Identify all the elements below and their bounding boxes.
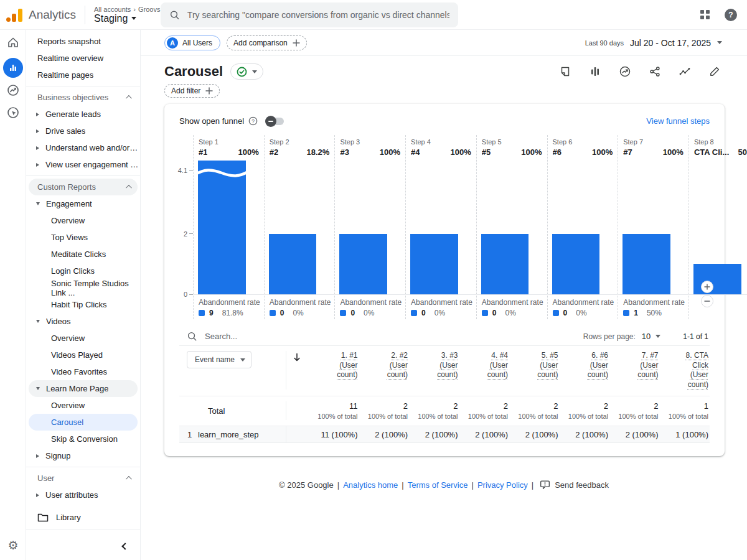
funnel-bar[interactable] <box>622 234 670 294</box>
report-status-badge[interactable] <box>230 63 263 80</box>
comparison-bar: A All Users Add comparison Last 90 days … <box>141 30 747 56</box>
sidebar-item-meditate-clicks[interactable]: Meditate Clicks <box>26 246 140 263</box>
date-range-picker[interactable]: Last 90 days Jul 20 - Oct 17, 2025 <box>585 38 722 48</box>
sidebar-item-top-views[interactable]: Top Views <box>26 229 140 246</box>
notes-icon[interactable] <box>559 65 571 78</box>
sidebar-item-realtime-overview[interactable]: Realtime overview <box>26 50 140 67</box>
event-name-dropdown[interactable]: Event name <box>187 351 251 368</box>
sidebar-section-user[interactable]: User <box>26 470 140 487</box>
all-users-chip[interactable]: A All Users <box>164 35 220 50</box>
collapse-sidebar-button[interactable] <box>26 533 140 560</box>
metric-column-header[interactable]: 1. #1 (User count) <box>309 351 359 390</box>
row-metric-cell: 2 (100%) <box>609 430 660 439</box>
metric-column-header[interactable]: 2. #2 (User count) <box>359 351 410 390</box>
table-search-input[interactable] <box>205 332 392 341</box>
total-metric-cell: 2100% of total <box>359 401 410 420</box>
add-comparison-button[interactable]: Add comparison <box>227 35 307 50</box>
funnel-step-header: Step 2#218.2% <box>265 135 335 161</box>
metric-column-header[interactable]: 5. #5 (User count) <box>509 351 560 390</box>
sidebar-item-library[interactable]: Library <box>26 509 140 526</box>
share-icon[interactable] <box>649 65 661 78</box>
view-funnel-steps-link[interactable]: View funnel steps <box>646 116 710 126</box>
sidebar-item-videos-played[interactable]: Videos Played <box>26 347 140 363</box>
abandonment-footer: Abandonment rate00% <box>548 294 618 319</box>
sidebar-item-learn-more-page[interactable]: Learn More Page <box>29 380 138 397</box>
help-icon[interactable]: ? <box>725 9 737 21</box>
table-search[interactable] <box>187 331 583 342</box>
funnel-bar[interactable] <box>198 161 246 294</box>
sidebar-item-learn-more-overview[interactable]: Overview <box>26 397 140 414</box>
sidebar-item-reports-snapshot[interactable]: Reports snapshot <box>26 33 140 50</box>
sidebar-item-realtime-pages[interactable]: Realtime pages <box>26 67 140 83</box>
metric-column-header[interactable]: 4. #4 (User count) <box>459 351 510 390</box>
property-name[interactable]: Staging <box>94 13 128 24</box>
edit-pencil-icon[interactable] <box>708 65 721 78</box>
rows-per-page-select[interactable]: 10 <box>642 332 660 341</box>
breadcrumb-all-accounts[interactable]: All accounts <box>94 6 131 13</box>
sidebar-item-sonic-temple[interactable]: Sonic Temple Studios Link ... <box>26 279 140 296</box>
explore-nav-icon[interactable] <box>0 79 26 101</box>
sidebar-item-video-favorites[interactable]: Video Favorites <box>26 363 140 380</box>
legend-swatch-icon <box>199 310 205 316</box>
total-metric-cell: 11100% of total <box>309 401 359 420</box>
search-input[interactable] <box>187 10 449 20</box>
step-completion-rate: 100% <box>521 147 542 157</box>
sidebar-item-skip-conversion[interactable]: Skip & Conversion <box>26 431 140 447</box>
abandonment-footer: Abandonment rate00% <box>265 294 335 319</box>
insights-icon[interactable] <box>619 65 631 78</box>
page-title: Carousel <box>164 63 223 80</box>
legend-swatch-icon <box>411 310 417 316</box>
sidebar-item-engagement[interactable]: Engagement <box>26 195 140 212</box>
sidebar-item-view-user-engagement[interactable]: View user engagement & rete... <box>26 156 140 173</box>
add-filter-button[interactable]: Add filter <box>164 84 220 98</box>
send-feedback-button[interactable]: Send feedback <box>540 480 609 490</box>
avatar: A <box>167 37 178 49</box>
table-header-row: Event name 1. #1 (User count)2. #2 (User… <box>179 346 710 396</box>
terms-of-service-link[interactable]: Terms of Service <box>408 480 468 490</box>
step-label: Step 3 <box>340 138 400 146</box>
metric-column-header[interactable]: 6. #6 (User count) <box>560 351 610 390</box>
zoom-out-button[interactable] <box>701 295 713 307</box>
sidebar-item-videos-overview[interactable]: Overview <box>26 330 140 347</box>
advertising-nav-icon[interactable] <box>0 101 26 124</box>
sidebar-item-user-attributes[interactable]: User attributes <box>26 487 140 503</box>
metric-column-header[interactable]: 7. #7 (User count) <box>609 351 660 390</box>
sidebar-item-engagement-overview[interactable]: Overview <box>26 212 140 229</box>
funnel-bar[interactable] <box>552 234 600 294</box>
privacy-policy-link[interactable]: Privacy Policy <box>477 480 528 490</box>
sidebar-section-custom-reports[interactable]: Custom Reports <box>29 179 138 195</box>
apps-grid-icon[interactable] <box>700 10 710 19</box>
home-nav-icon[interactable] <box>0 31 26 54</box>
sidebar-item-habit-tip-clicks[interactable]: Habit Tip Clicks <box>26 296 140 313</box>
sidebar-item-understand-web-app[interactable]: Understand web and/or app t... <box>26 139 140 156</box>
settings-gear-icon[interactable]: ⚙ <box>0 538 26 553</box>
comparison-bars-icon[interactable] <box>589 65 601 78</box>
reports-nav-icon[interactable] <box>0 57 26 79</box>
show-open-funnel-toggle[interactable] <box>265 118 284 125</box>
trend-sparkline-icon[interactable] <box>679 65 691 78</box>
metric-column-header[interactable]: 8. CTA Click (User count) <box>660 351 710 390</box>
metric-column-header[interactable]: 3. #3 (User count) <box>409 351 459 390</box>
sidebar-item-signup[interactable]: Signup <box>26 447 140 464</box>
abandonment-count: 9 <box>209 309 214 317</box>
step-name: #4 <box>411 147 420 157</box>
sidebar-item-login-clicks[interactable]: Login Clicks <box>26 263 140 279</box>
funnel-bar[interactable] <box>481 234 529 294</box>
funnel-bar[interactable] <box>269 234 317 294</box>
sidebar-item-drive-sales[interactable]: Drive sales <box>26 123 140 139</box>
global-search[interactable] <box>161 2 458 27</box>
zoom-in-button[interactable] <box>701 281 713 293</box>
analytics-home-link[interactable]: Analytics home <box>343 480 398 490</box>
main-content: A All Users Add comparison Last 90 days … <box>141 30 747 560</box>
sidebar-item-videos[interactable]: Videos <box>26 313 140 330</box>
step-label: Step 7 <box>623 138 684 146</box>
sidebar-item-carousel[interactable]: Carousel <box>29 414 138 431</box>
table-row[interactable]: 1 learn_more_step 11 (100%)2 (100%)2 (10… <box>179 426 710 443</box>
funnel-bar[interactable] <box>339 234 387 294</box>
info-icon[interactable]: ? <box>248 116 258 126</box>
analytics-logo-icon <box>6 8 22 22</box>
sidebar-item-generate-leads[interactable]: Generate leads <box>26 106 140 123</box>
sidebar-section-business-objectives[interactable]: Business objectives <box>26 89 140 106</box>
funnel-bar[interactable] <box>410 234 458 294</box>
sort-direction-button[interactable] <box>286 351 309 390</box>
